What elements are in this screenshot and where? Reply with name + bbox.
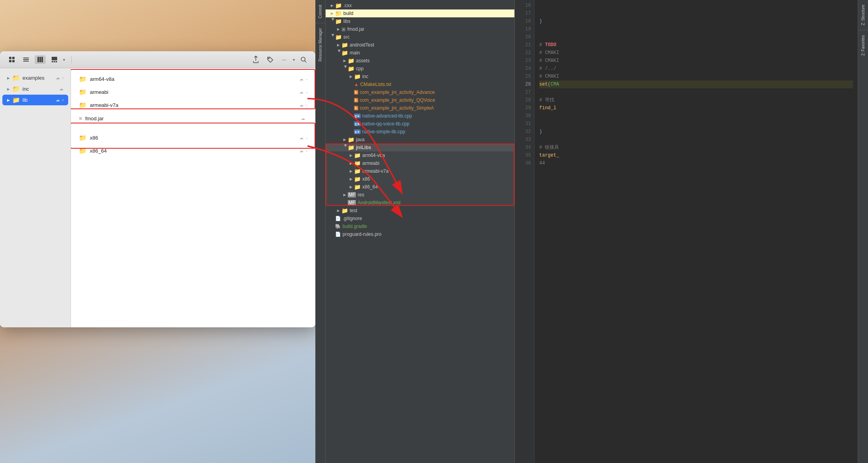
code-line-25: # CMAKI [539, 73, 853, 80]
list-view-button[interactable] [20, 55, 32, 64]
file-item-armeabi[interactable]: 📁 armeabi ☁ › [75, 86, 311, 98]
tree-item-jni-x86-64[interactable]: ▶ 📁 x86_64 [326, 183, 514, 191]
file-label-x86-64: x86_64 [90, 148, 299, 154]
arrow-jni-x86: ▶ [348, 176, 354, 182]
tree-item-androidManifest[interactable]: ▶ MF AndroidManifest.xml [326, 199, 514, 207]
line-num-19: 19 [515, 25, 534, 33]
folder-jni-x86: 📁 [354, 176, 361, 182]
file-cpp3-icon: c+ [354, 129, 361, 134]
grid-view-button[interactable] [6, 55, 17, 64]
folder-jni-arm64: 📁 [354, 152, 361, 159]
tree-item-src[interactable]: ▶ 📁 src [326, 33, 514, 41]
folder-icon-armeabi: 📁 [79, 88, 87, 96]
folder-build: 📁 [335, 10, 342, 17]
tree-item-jni-armeabi-v7a[interactable]: ▶ 📁 armeabi-v7a [326, 167, 514, 175]
tree-item-main[interactable]: ▶ 📁 main [326, 49, 514, 57]
tree-item-cxx[interactable]: ▶ 📁 .cxx [326, 2, 514, 9]
commit-tab[interactable]: Commit [317, 0, 324, 23]
svg-rect-10 [52, 57, 57, 60]
tree-item-libs[interactable]: ▶ 📁 libs [326, 17, 514, 25]
label-h1: com_example_jni_activity_Advance [360, 90, 435, 95]
gallery-view-button[interactable] [49, 55, 60, 64]
file-item-x86-64[interactable]: 📁 x86_64 ☁ › [75, 145, 311, 157]
folder-icon-x86: 📁 [79, 134, 87, 142]
tree-item-androidTest[interactable]: ▶ 📁 androidTest [326, 41, 514, 49]
sidebar-item-examples[interactable]: ▶ 📁 examples ☁ › [2, 73, 68, 83]
arrow-jniLibs: ▶ [341, 144, 348, 151]
tree-item-jni-armeabi[interactable]: ▶ 📁 armeabi [326, 159, 514, 167]
sidebar-label-lib: lib [22, 97, 28, 103]
tree-item-cpp1[interactable]: ▶ c+ native-advanced-lib.cpp [326, 112, 514, 120]
label-fmod: fmod.jar [347, 26, 364, 32]
folder-icon-armeabi-v7a: 📁 [79, 101, 87, 109]
file-item-armeabi-v7a[interactable]: 📁 armeabi-v7a ☁ › [75, 99, 311, 111]
svg-rect-8 [39, 57, 41, 62]
tree-item-res[interactable]: ▶ MF res [326, 191, 514, 199]
tree-item-buildgradle[interactable]: ▶ 🐘 build.gradle [326, 222, 514, 230]
jar-icon: ≡ [79, 115, 82, 121]
label-cpp1: native-advanced-lib.cpp [362, 113, 412, 119]
more-button[interactable]: ··· [279, 55, 290, 64]
svg-rect-6 [23, 61, 29, 62]
file-item-x86[interactable]: 📁 x86 ☁ › [75, 132, 311, 144]
sidebar-item-lib[interactable]: ▶ 📁 lib ☁ › [2, 95, 68, 105]
share-button[interactable] [250, 55, 261, 64]
search-button[interactable] [298, 55, 309, 64]
label-test: test [350, 208, 357, 213]
cloud-arm64: ☁ [299, 77, 304, 82]
label-jni-armeabi-v7a: armeabi-v7a [362, 168, 389, 174]
line-num-34: 34 [515, 144, 534, 151]
file-item-fmod-jar[interactable]: ≡ fmod.jar ☁ [75, 113, 311, 124]
tree-item-h3[interactable]: ▶ h com_example_jni_activity_SimpleA [326, 104, 514, 112]
tree-item-java[interactable]: ▶ 📁 java [326, 136, 514, 144]
line-num-22: 22 [515, 49, 534, 57]
tree-item-cmake[interactable]: ▶ ▲ CMakeLists.txt [326, 80, 514, 88]
svg-rect-13 [56, 61, 57, 62]
tree-item-fmod-jar[interactable]: ▶ ▣ fmod.jar [326, 25, 514, 33]
tree-item-cpp2[interactable]: ▶ c+ native-qq-voice-lib.cpp [326, 120, 514, 128]
tree-item-inc[interactable]: ▶ 📁 inc [326, 73, 514, 80]
tree-item-jni-arm64[interactable]: ▶ 📁 arm64-v8a [326, 151, 514, 159]
tree-item-h1[interactable]: ▶ h com_example_jni_activity_Advance [326, 88, 514, 96]
structure-tab[interactable]: Z: Structure [859, 0, 867, 30]
more-dropdown-arrow[interactable]: ▾ [293, 58, 295, 62]
finder-sidebar: ▶ 📁 examples ☁ › ▶ 📁 inc ☁ ▶ 📁 lib ☁ › [0, 68, 71, 327]
label-h3: com_example_jni_activity_SimpleA [360, 105, 434, 111]
folder-assets: 📁 [348, 58, 354, 64]
collapse-arrow-examples: ▶ [7, 76, 10, 80]
column-view-button[interactable] [35, 55, 46, 64]
cloud-icon-examples: ☁ [56, 75, 60, 80]
favorites-tab[interactable]: 2: Favorites [859, 30, 867, 60]
tree-item-build[interactable]: ▶ 📁 build [326, 9, 514, 17]
tag-button[interactable] [264, 55, 276, 64]
label-cpp2: native-qq-voice-lib.cpp [362, 121, 410, 127]
tree-item-gitignore[interactable]: ▶ 📄 .gitignore [326, 215, 514, 222]
label-h2: com_example_jni_activity_QQVoice [360, 97, 435, 103]
code-line-26: set(CMA [539, 80, 853, 88]
finder-main-area: 📁 arm64-v8a ☁ › 📁 armeabi ☁ › 📁 armeabi-… [71, 68, 315, 327]
line-num-23: 23 [515, 57, 534, 65]
tree-item-test[interactable]: ▶ 📁 test [326, 207, 514, 215]
tree-item-jni-x86[interactable]: ▶ 📁 x86 [326, 175, 514, 183]
resource-manager-tab[interactable]: Resource Manager [317, 23, 324, 66]
line-num-28: 28 [515, 96, 534, 104]
tree-item-assets[interactable]: ▶ 📁 assets [326, 57, 514, 65]
tree-item-cpp[interactable]: ▶ 📁 cpp [326, 65, 514, 73]
folder-test: 📁 [341, 207, 348, 214]
code-line-18: ) [539, 17, 853, 25]
tree-item-jniLibs[interactable]: ▶ 📁 jniLibs [326, 144, 514, 151]
file-item-arm64-v8a[interactable]: 📁 arm64-v8a ☁ › [75, 73, 311, 85]
svg-rect-4 [23, 58, 29, 58]
folder-icon-examples: 📁 [12, 74, 20, 82]
tree-item-proguard[interactable]: ▶ 📄 proguard-rules.pro [326, 230, 514, 238]
code-line-19 [539, 25, 853, 33]
tree-item-cpp3[interactable]: ▶ c+ native-simple-lib.cpp [326, 128, 514, 136]
tree-item-h2[interactable]: ▶ h com_example_jni_activity_QQVoice [326, 96, 514, 104]
file-h2-icon: h [354, 98, 358, 103]
code-lines[interactable]: ) # TODO # CMAKI # CMAKI # /../ # CMAKI [535, 0, 858, 463]
arrow-java: ▶ [341, 136, 348, 143]
svg-line-16 [305, 61, 306, 62]
view-dropdown-arrow[interactable]: ▾ [63, 58, 65, 62]
code-line-17 [539, 9, 853, 17]
sidebar-item-inc[interactable]: ▶ 📁 inc ☁ [2, 84, 68, 94]
